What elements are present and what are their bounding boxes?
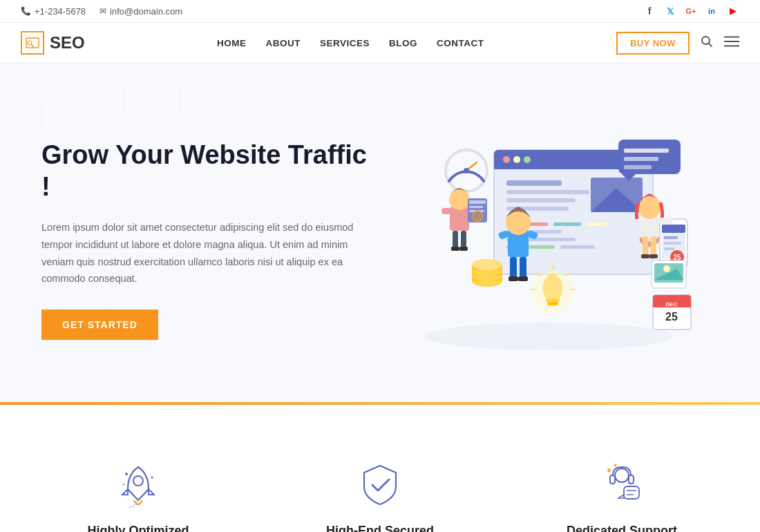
logo-icon	[21, 31, 44, 55]
svg-point-115	[615, 468, 629, 482]
svg-rect-95	[441, 208, 451, 214]
hamburger-menu-icon[interactable]	[724, 36, 739, 50]
svg-rect-69	[518, 276, 528, 281]
svg-text:25: 25	[665, 311, 678, 323]
search-icon[interactable]	[701, 35, 713, 50]
svg-rect-26	[506, 180, 562, 186]
feature-card-highly-optimized: Highly Optimized Curabitur ligula sapien…	[28, 446, 249, 532]
phone-icon: 📞	[21, 6, 31, 16]
svg-point-102	[472, 259, 502, 270]
svg-point-19	[425, 323, 674, 350]
nav-services[interactable]: SERVICES	[320, 38, 370, 48]
nav-contact[interactable]: CONTACT	[437, 38, 484, 48]
feature-card-dedicated-support: ★ ★ Dedicated Support Nunc egestas augue…	[511, 446, 732, 532]
hero-description: Lorem ipsum dolor sit amet consectetur a…	[41, 219, 380, 287]
svg-rect-68	[509, 276, 518, 281]
svg-rect-76	[641, 254, 649, 258]
feature-title-high-end-secured: High-End Secured	[326, 524, 434, 532]
linkedin-icon[interactable]: in	[705, 4, 719, 18]
buy-now-button[interactable]: BUY NOW	[616, 32, 690, 55]
dedicated-support-icon: ★ ★	[598, 460, 646, 509]
hero-section: Grow Your Website Traffic ! Lorem ipsum …	[0, 64, 760, 402]
svg-rect-81	[453, 231, 458, 248]
logo[interactable]: SEO	[21, 31, 85, 55]
email-icon: ✉	[99, 6, 106, 16]
top-bar-contacts: 📞 +1-234-5678 ✉ info@domain.com	[21, 6, 182, 17]
svg-text:DEC: DEC	[666, 301, 678, 307]
svg-rect-52	[664, 247, 674, 250]
svg-line-4	[708, 44, 712, 47]
get-started-button[interactable]: GET STARTED	[41, 310, 158, 340]
top-bar: 📞 +1-234-5678 ✉ info@domain.com f 𝕏 G+ i…	[0, 0, 760, 23]
svg-rect-77	[649, 254, 658, 258]
svg-text:★: ★	[606, 466, 612, 474]
svg-point-23	[503, 156, 510, 163]
logo-text: SEO	[50, 33, 85, 53]
hero-illustration: 25 DEC 25	[380, 108, 719, 371]
svg-marker-119	[618, 495, 624, 498]
svg-rect-42	[624, 157, 658, 161]
nav-right: BUY NOW	[616, 32, 739, 55]
svg-rect-74	[643, 236, 648, 256]
svg-text:★: ★	[613, 462, 618, 468]
svg-point-112	[125, 473, 128, 475]
phone-number: +1-234-5678	[35, 6, 86, 17]
svg-point-1	[28, 41, 32, 45]
svg-rect-116	[610, 475, 615, 484]
hero-title: Grow Your Website Traffic !	[41, 140, 380, 202]
svg-point-113	[151, 477, 153, 479]
svg-rect-41	[624, 149, 669, 153]
svg-rect-118	[624, 486, 639, 499]
email-contact: ✉ info@domain.com	[99, 6, 182, 17]
svg-rect-105	[547, 302, 558, 305]
svg-rect-38	[560, 245, 595, 249]
svg-point-114	[123, 484, 125, 486]
svg-rect-104	[546, 298, 560, 302]
hero-content: Grow Your Website Traffic ! Lorem ipsum …	[41, 140, 380, 340]
svg-rect-27	[506, 190, 589, 194]
svg-rect-28	[506, 198, 576, 202]
svg-rect-75	[651, 236, 656, 256]
google-plus-icon[interactable]: G+	[684, 4, 698, 18]
svg-rect-33	[553, 222, 581, 226]
highly-optimized-icon	[114, 460, 162, 509]
twitter-icon[interactable]: 𝕏	[663, 4, 677, 18]
nav-about[interactable]: ABOUT	[266, 38, 301, 48]
social-links: f 𝕏 G+ in ▶	[643, 4, 739, 18]
svg-point-25	[524, 156, 531, 163]
svg-rect-51	[664, 242, 681, 245]
svg-rect-117	[629, 475, 634, 484]
svg-rect-84	[459, 247, 468, 251]
svg-point-111	[133, 476, 143, 486]
svg-rect-34	[587, 222, 607, 226]
svg-marker-8	[41, 84, 97, 149]
svg-rect-50	[664, 236, 678, 239]
phone-contact: 📞 +1-234-5678	[21, 6, 86, 17]
svg-rect-82	[461, 231, 466, 248]
nav-home[interactable]: HOME	[217, 38, 247, 48]
nav-blog[interactable]: BLOG	[389, 38, 417, 48]
high-end-secured-icon	[356, 460, 404, 509]
svg-rect-66	[510, 257, 517, 278]
navbar: SEO HOME ABOUT SERVICES BLOG CONTACT BUY…	[0, 23, 760, 64]
feature-card-high-end-secured: High-End Secured Suspendisse nisl elit r…	[269, 446, 491, 532]
feature-title-dedicated-support: Dedicated Support	[567, 524, 677, 532]
email-address: info@domain.com	[110, 6, 182, 17]
svg-marker-9	[124, 70, 180, 135]
svg-rect-43	[624, 165, 652, 169]
svg-rect-87	[469, 206, 483, 208]
svg-point-73	[638, 197, 661, 219]
svg-point-63	[663, 265, 670, 272]
svg-point-24	[513, 156, 520, 163]
svg-rect-49	[662, 225, 685, 233]
facebook-icon[interactable]: f	[643, 4, 656, 18]
svg-rect-86	[469, 200, 486, 204]
svg-rect-79	[450, 207, 469, 231]
svg-rect-78	[659, 218, 673, 224]
svg-line-2	[32, 45, 35, 48]
svg-rect-83	[451, 247, 459, 251]
youtube-icon[interactable]: ▶	[725, 4, 739, 18]
svg-point-46	[464, 168, 469, 173]
svg-rect-67	[520, 257, 526, 278]
svg-point-80	[449, 189, 470, 210]
